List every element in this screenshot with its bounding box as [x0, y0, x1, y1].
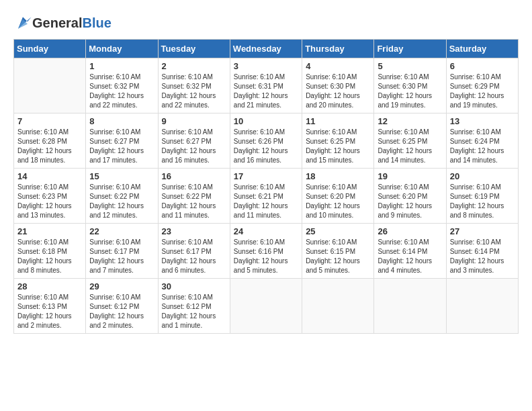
day-number: 28	[17, 281, 82, 291]
day-info: Sunrise: 6:10 AM Sunset: 6:17 PM Dayligh…	[162, 238, 226, 275]
day-number: 17	[234, 171, 298, 181]
calendar-cell: 22Sunrise: 6:10 AM Sunset: 6:17 PM Dayli…	[86, 224, 158, 279]
day-info: Sunrise: 6:10 AM Sunset: 6:23 PM Dayligh…	[17, 183, 82, 220]
calendar-cell: 17Sunrise: 6:10 AM Sunset: 6:21 PM Dayli…	[230, 169, 302, 224]
calendar-cell: 29Sunrise: 6:10 AM Sunset: 6:12 PM Dayli…	[86, 279, 158, 334]
weekday-header-friday: Friday	[374, 40, 446, 58]
calendar-cell: 21Sunrise: 6:10 AM Sunset: 6:18 PM Dayli…	[14, 224, 86, 279]
day-number: 23	[162, 226, 226, 236]
day-info: Sunrise: 6:10 AM Sunset: 6:16 PM Dayligh…	[234, 238, 298, 275]
weekday-header-wednesday: Wednesday	[230, 40, 302, 58]
calendar-cell: 9Sunrise: 6:10 AM Sunset: 6:27 PM Daylig…	[158, 113, 230, 169]
day-info: Sunrise: 6:10 AM Sunset: 6:19 PM Dayligh…	[450, 183, 515, 220]
day-info: Sunrise: 6:10 AM Sunset: 6:22 PM Dayligh…	[162, 183, 226, 220]
day-number: 4	[306, 61, 370, 71]
calendar-week-2: 7Sunrise: 6:10 AM Sunset: 6:28 PM Daylig…	[14, 113, 519, 169]
day-number: 26	[378, 226, 442, 236]
day-number: 11	[306, 116, 370, 126]
day-number: 18	[306, 171, 370, 181]
logo-text: GeneralBlue	[32, 15, 112, 31]
calendar-cell: 8Sunrise: 6:10 AM Sunset: 6:27 PM Daylig…	[86, 113, 158, 169]
calendar-cell: 30Sunrise: 6:10 AM Sunset: 6:12 PM Dayli…	[158, 279, 230, 334]
weekday-header-thursday: Thursday	[302, 40, 374, 58]
day-info: Sunrise: 6:10 AM Sunset: 6:20 PM Dayligh…	[378, 183, 442, 220]
day-info: Sunrise: 6:10 AM Sunset: 6:30 PM Dayligh…	[306, 73, 370, 110]
calendar-table: SundayMondayTuesdayWednesdayThursdayFrid…	[13, 39, 519, 334]
day-info: Sunrise: 6:10 AM Sunset: 6:14 PM Dayligh…	[450, 238, 515, 275]
calendar-cell: 20Sunrise: 6:10 AM Sunset: 6:19 PM Dayli…	[446, 169, 518, 224]
weekday-header-saturday: Saturday	[446, 40, 518, 58]
calendar-cell: 12Sunrise: 6:10 AM Sunset: 6:25 PM Dayli…	[374, 113, 446, 169]
calendar-cell: 7Sunrise: 6:10 AM Sunset: 6:28 PM Daylig…	[14, 113, 86, 169]
day-number: 22	[89, 226, 154, 236]
day-number: 7	[17, 116, 82, 126]
day-info: Sunrise: 6:10 AM Sunset: 6:30 PM Dayligh…	[378, 73, 442, 110]
day-number: 15	[89, 171, 154, 181]
calendar-cell: 23Sunrise: 6:10 AM Sunset: 6:17 PM Dayli…	[158, 224, 230, 279]
day-info: Sunrise: 6:10 AM Sunset: 6:28 PM Dayligh…	[17, 128, 82, 165]
day-number: 27	[450, 226, 515, 236]
calendar-cell: 10Sunrise: 6:10 AM Sunset: 6:26 PM Dayli…	[230, 113, 302, 169]
day-info: Sunrise: 6:10 AM Sunset: 6:18 PM Dayligh…	[17, 238, 82, 275]
day-info: Sunrise: 6:10 AM Sunset: 6:24 PM Dayligh…	[450, 128, 515, 165]
calendar-week-1: 1Sunrise: 6:10 AM Sunset: 6:32 PM Daylig…	[14, 58, 519, 113]
day-info: Sunrise: 6:10 AM Sunset: 6:27 PM Dayligh…	[89, 128, 154, 165]
day-info: Sunrise: 6:10 AM Sunset: 6:25 PM Dayligh…	[378, 128, 442, 165]
day-number: 3	[234, 61, 298, 71]
calendar-cell: 26Sunrise: 6:10 AM Sunset: 6:14 PM Dayli…	[374, 224, 446, 279]
page-header: GeneralBlue	[13, 13, 519, 32]
calendar-cell: 4Sunrise: 6:10 AM Sunset: 6:30 PM Daylig…	[302, 58, 374, 113]
calendar-cell: 3Sunrise: 6:10 AM Sunset: 6:31 PM Daylig…	[230, 58, 302, 113]
logo-icon	[13, 13, 32, 32]
calendar-cell	[302, 279, 374, 334]
day-number: 19	[378, 171, 442, 181]
calendar-cell	[446, 279, 518, 334]
calendar-header-row: SundayMondayTuesdayWednesdayThursdayFrid…	[14, 40, 519, 58]
logo: GeneralBlue	[13, 13, 112, 32]
calendar-cell	[374, 279, 446, 334]
calendar-cell: 24Sunrise: 6:10 AM Sunset: 6:16 PM Dayli…	[230, 224, 302, 279]
day-number: 14	[17, 171, 82, 181]
day-number: 20	[450, 171, 515, 181]
calendar-cell: 2Sunrise: 6:10 AM Sunset: 6:32 PM Daylig…	[158, 58, 230, 113]
calendar-cell: 27Sunrise: 6:10 AM Sunset: 6:14 PM Dayli…	[446, 224, 518, 279]
weekday-header-sunday: Sunday	[14, 40, 86, 58]
day-info: Sunrise: 6:10 AM Sunset: 6:32 PM Dayligh…	[89, 73, 154, 110]
weekday-header-monday: Monday	[86, 40, 158, 58]
calendar-cell: 19Sunrise: 6:10 AM Sunset: 6:20 PM Dayli…	[374, 169, 446, 224]
day-number: 6	[450, 61, 515, 71]
day-number: 16	[162, 171, 226, 181]
day-info: Sunrise: 6:10 AM Sunset: 6:22 PM Dayligh…	[89, 183, 154, 220]
calendar-body: 1Sunrise: 6:10 AM Sunset: 6:32 PM Daylig…	[14, 58, 519, 334]
day-info: Sunrise: 6:10 AM Sunset: 6:15 PM Dayligh…	[306, 238, 370, 275]
calendar-week-5: 28Sunrise: 6:10 AM Sunset: 6:13 PM Dayli…	[14, 279, 519, 334]
calendar-cell	[230, 279, 302, 334]
day-info: Sunrise: 6:10 AM Sunset: 6:12 PM Dayligh…	[89, 293, 154, 330]
day-number: 5	[378, 61, 442, 71]
day-info: Sunrise: 6:10 AM Sunset: 6:13 PM Dayligh…	[17, 293, 82, 330]
day-info: Sunrise: 6:10 AM Sunset: 6:26 PM Dayligh…	[234, 128, 298, 165]
day-number: 21	[17, 226, 82, 236]
day-number: 24	[234, 226, 298, 236]
day-number: 30	[162, 281, 226, 291]
day-info: Sunrise: 6:10 AM Sunset: 6:32 PM Dayligh…	[162, 73, 226, 110]
day-info: Sunrise: 6:10 AM Sunset: 6:14 PM Dayligh…	[378, 238, 442, 275]
day-number: 13	[450, 116, 515, 126]
calendar-cell: 11Sunrise: 6:10 AM Sunset: 6:25 PM Dayli…	[302, 113, 374, 169]
day-info: Sunrise: 6:10 AM Sunset: 6:31 PM Dayligh…	[234, 73, 298, 110]
calendar-cell: 28Sunrise: 6:10 AM Sunset: 6:13 PM Dayli…	[14, 279, 86, 334]
calendar-cell: 5Sunrise: 6:10 AM Sunset: 6:30 PM Daylig…	[374, 58, 446, 113]
calendar-cell: 6Sunrise: 6:10 AM Sunset: 6:29 PM Daylig…	[446, 58, 518, 113]
day-number: 9	[162, 116, 226, 126]
day-number: 12	[378, 116, 442, 126]
day-info: Sunrise: 6:10 AM Sunset: 6:21 PM Dayligh…	[234, 183, 298, 220]
weekday-header-tuesday: Tuesday	[158, 40, 230, 58]
calendar-cell: 14Sunrise: 6:10 AM Sunset: 6:23 PM Dayli…	[14, 169, 86, 224]
calendar-cell: 25Sunrise: 6:10 AM Sunset: 6:15 PM Dayli…	[302, 224, 374, 279]
calendar-cell	[14, 58, 86, 113]
day-number: 29	[89, 281, 154, 291]
calendar-week-3: 14Sunrise: 6:10 AM Sunset: 6:23 PM Dayli…	[14, 169, 519, 224]
calendar-week-4: 21Sunrise: 6:10 AM Sunset: 6:18 PM Dayli…	[14, 224, 519, 279]
day-info: Sunrise: 6:10 AM Sunset: 6:27 PM Dayligh…	[162, 128, 226, 165]
day-info: Sunrise: 6:10 AM Sunset: 6:29 PM Dayligh…	[450, 73, 515, 110]
